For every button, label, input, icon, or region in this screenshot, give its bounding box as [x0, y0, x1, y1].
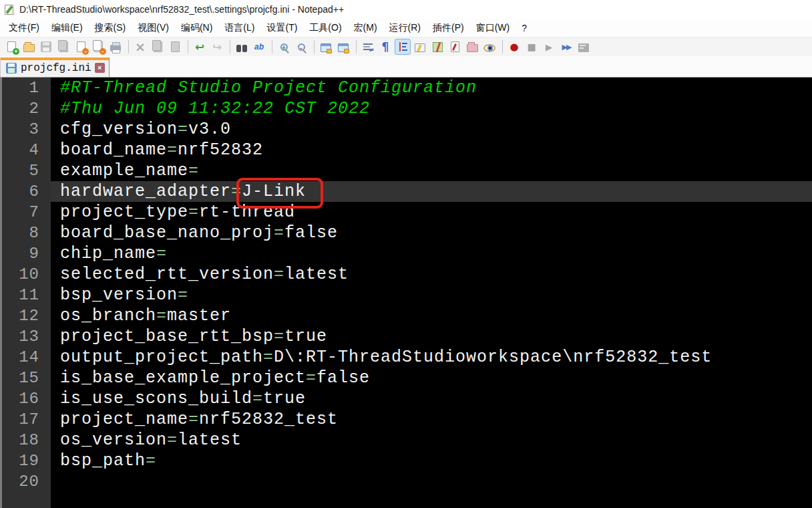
- editor-row[interactable]: 19bsp_path=: [0, 451, 812, 471]
- menu-item[interactable]: 搜索(S): [89, 19, 132, 37]
- function-list-icon[interactable]: [412, 39, 428, 55]
- editor-row[interactable]: 1#RT-Thread Studio Project Configuration: [0, 78, 812, 98]
- code-text[interactable]: board_base_nano_proj=false: [51, 223, 812, 243]
- indent-guide-icon[interactable]: [395, 39, 411, 55]
- menu-item[interactable]: 文件(F): [3, 19, 45, 37]
- editor-row[interactable]: 7project_type=rt-thread: [0, 202, 812, 223]
- line-number[interactable]: 8: [0, 223, 51, 243]
- save-all-icon[interactable]: [55, 39, 71, 55]
- menu-item[interactable]: 视图(V): [132, 19, 175, 37]
- print-icon[interactable]: [108, 39, 124, 55]
- code-text[interactable]: is_use_scons_build=true: [51, 388, 812, 409]
- code-text[interactable]: os_version=latest: [51, 430, 812, 451]
- document-switcher-icon[interactable]: [447, 39, 463, 55]
- macro-save-icon[interactable]: [576, 39, 592, 55]
- macro-run-multiple-icon[interactable]: ▶▶: [558, 39, 574, 55]
- line-number[interactable]: 18: [0, 430, 51, 451]
- close-all-icon[interactable]: -: [90, 39, 106, 55]
- document-map-icon[interactable]: [429, 39, 445, 55]
- editor-row[interactable]: 16is_use_scons_build=true: [0, 388, 812, 409]
- code-text[interactable]: project_type=rt-thread: [51, 202, 812, 223]
- tab-projcfg-ini[interactable]: projcfg.ini ×: [0, 57, 110, 77]
- menu-item[interactable]: 工具(O): [303, 19, 347, 37]
- editor-row[interactable]: 17project_name=nrf52832_test: [0, 409, 812, 430]
- new-file-icon[interactable]: +: [3, 39, 19, 55]
- document-monitor-icon[interactable]: [481, 39, 497, 55]
- code-text[interactable]: bsp_version=: [51, 285, 812, 305]
- tab-close-icon[interactable]: ×: [95, 63, 105, 73]
- line-number[interactable]: 7: [0, 202, 51, 223]
- code-text[interactable]: board_name=nrf52832: [51, 140, 812, 160]
- code-text[interactable]: hardware_adapter=J-Link: [51, 181, 812, 202]
- editor-row[interactable]: 18os_version=latest: [0, 430, 812, 451]
- line-number[interactable]: 19: [0, 451, 51, 471]
- replace-icon[interactable]: ab: [251, 39, 267, 55]
- line-number[interactable]: 3: [0, 119, 51, 140]
- line-number[interactable]: 13: [0, 326, 51, 347]
- menu-item[interactable]: ?: [516, 20, 533, 36]
- line-number[interactable]: 20: [0, 471, 51, 492]
- code-text[interactable]: example_name=: [51, 160, 812, 181]
- redo-icon[interactable]: ↪: [209, 39, 225, 55]
- line-number[interactable]: 14: [0, 347, 51, 368]
- line-number[interactable]: 9: [0, 243, 51, 264]
- menu-item[interactable]: 编码(N): [175, 19, 218, 37]
- paste-icon[interactable]: [167, 39, 183, 55]
- zoom-out-icon[interactable]: -: [293, 39, 309, 55]
- editor-row[interactable]: 3cfg_version=v3.0: [0, 119, 812, 140]
- line-number[interactable]: 5: [0, 160, 51, 181]
- sync-horizontal-scroll-icon[interactable]: [335, 39, 351, 55]
- menu-item[interactable]: 窗口(W): [470, 19, 516, 37]
- code-text[interactable]: bsp_path=: [51, 451, 812, 471]
- line-number[interactable]: 11: [0, 285, 51, 305]
- code-text[interactable]: is_base_example_project=false: [51, 368, 812, 388]
- save-icon[interactable]: [38, 39, 54, 55]
- find-icon[interactable]: [234, 39, 250, 55]
- editor-row[interactable]: 13project_base_rtt_bsp=true: [0, 326, 812, 347]
- menu-item[interactable]: 运行(R): [383, 19, 427, 37]
- copy-icon[interactable]: [150, 39, 166, 55]
- macro-record-icon[interactable]: ●: [506, 39, 522, 55]
- editor-row[interactable]: 6hardware_adapter=J-Link: [0, 181, 812, 202]
- open-file-icon[interactable]: [21, 39, 37, 55]
- line-number[interactable]: 15: [0, 368, 51, 388]
- menu-item[interactable]: 设置(T): [260, 19, 303, 37]
- menu-item[interactable]: 宏(M): [348, 19, 383, 37]
- line-number[interactable]: 10: [0, 264, 51, 285]
- editor-row[interactable]: 9chip_name=: [0, 243, 812, 264]
- code-text[interactable]: selected_rtt_version=latest: [51, 264, 812, 285]
- line-number[interactable]: 17: [0, 409, 51, 430]
- editor-row[interactable]: 11bsp_version=: [0, 285, 812, 305]
- editor-row[interactable]: 4board_name=nrf52832: [0, 140, 812, 160]
- code-text[interactable]: #Thu Jun 09 11:32:22 CST 2022: [51, 98, 812, 119]
- code-text[interactable]: #RT-Thread Studio Project Configuration: [51, 78, 812, 98]
- folder-as-workspace-icon[interactable]: [464, 39, 480, 55]
- macro-stop-icon[interactable]: ■: [524, 39, 540, 55]
- line-number[interactable]: 2: [0, 98, 51, 119]
- macro-play-icon[interactable]: ▶: [541, 39, 557, 55]
- show-all-characters-icon[interactable]: ¶: [377, 39, 393, 55]
- code-text[interactable]: [51, 471, 812, 492]
- code-text[interactable]: project_name=nrf52832_test: [51, 409, 812, 430]
- editor-row[interactable]: 10selected_rtt_version=latest: [0, 264, 812, 285]
- cut-icon[interactable]: ×: [132, 39, 148, 55]
- editor-row[interactable]: 20: [0, 471, 812, 492]
- sync-vertical-scroll-icon[interactable]: [318, 39, 334, 55]
- editor-row[interactable]: 14output_project_path=D\:RT-ThreadStudio…: [0, 347, 812, 368]
- line-number[interactable]: 16: [0, 388, 51, 409]
- menu-item[interactable]: 编辑(E): [45, 19, 89, 37]
- zoom-in-icon[interactable]: +: [276, 39, 292, 55]
- editor-row[interactable]: 12os_branch=master: [0, 305, 812, 326]
- editor-row[interactable]: 15is_base_example_project=false: [0, 368, 812, 388]
- menu-item[interactable]: 插件(P): [427, 19, 470, 37]
- menu-item[interactable]: 语言(L): [218, 19, 260, 37]
- undo-icon[interactable]: ↩: [192, 39, 208, 55]
- line-number[interactable]: 4: [0, 140, 51, 160]
- editor-row[interactable]: 2#Thu Jun 09 11:32:22 CST 2022: [0, 98, 812, 119]
- line-number[interactable]: 1: [0, 78, 51, 98]
- editor-row[interactable]: 8board_base_nano_proj=false: [0, 223, 812, 243]
- line-number[interactable]: 6: [0, 181, 51, 202]
- line-number[interactable]: 12: [0, 305, 51, 326]
- close-icon[interactable]: -: [73, 39, 89, 55]
- code-text[interactable]: os_branch=master: [51, 305, 812, 326]
